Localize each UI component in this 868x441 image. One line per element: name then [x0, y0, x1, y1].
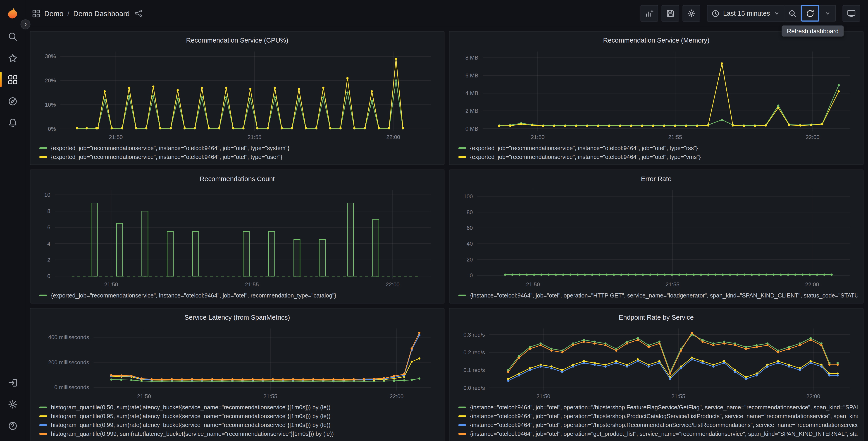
legend-item[interactable]: {exported_job="recommendationservice", i… [39, 144, 438, 152]
add-panel-button[interactable] [641, 5, 658, 22]
series-swatch [459, 406, 466, 408]
chart[interactable]: 0.0 req/s0.1 req/s0.2 req/s0.3 req/s21:5… [455, 324, 858, 402]
svg-text:21:55: 21:55 [264, 393, 277, 399]
svg-text:4: 4 [47, 241, 51, 247]
svg-text:21:50: 21:50 [109, 134, 123, 140]
zoom-out-icon [788, 9, 797, 18]
svg-text:21:55: 21:55 [668, 134, 682, 140]
svg-text:0 MB: 0 MB [465, 126, 478, 132]
chart[interactable]: 0 milliseconds200 milliseconds400 millis… [36, 324, 438, 402]
series-swatch [39, 433, 47, 435]
panel-title[interactable]: Recommendations Count [36, 172, 438, 186]
series-swatch [459, 424, 466, 425]
legend: {instance="otelcol:9464", job="otel", op… [455, 291, 858, 299]
svg-text:0.1 req/s: 0.1 req/s [463, 367, 485, 373]
gear-icon [687, 9, 696, 18]
svg-text:200 milliseconds: 200 milliseconds [48, 359, 89, 365]
chart[interactable]: 02040608010021:5021:5522:00 [455, 186, 858, 290]
refresh-interval-dropdown[interactable] [819, 5, 836, 22]
legend-item[interactable]: histogram_quantile(0.50, sum(rate(latenc… [39, 403, 438, 412]
apps-icon [32, 9, 40, 18]
chart[interactable]: 024681021:5021:5522:00 [36, 186, 438, 290]
legend-item[interactable]: {instance="otelcol:9464", job="otel", op… [459, 291, 858, 299]
svg-text:6 MB: 6 MB [465, 72, 478, 79]
svg-text:8 MB: 8 MB [465, 55, 478, 61]
svg-text:20%: 20% [45, 78, 56, 84]
series-swatch [459, 294, 466, 296]
compass-icon [8, 96, 18, 106]
svg-text:2 MB: 2 MB [465, 108, 478, 114]
sidebar-item-configuration[interactable] [0, 393, 26, 415]
sidebar-item-sign-in[interactable] [0, 372, 26, 393]
svg-text:80: 80 [467, 209, 473, 215]
gear-icon [8, 399, 18, 409]
svg-text:0.3 req/s: 0.3 req/s [463, 332, 485, 338]
sidebar-item-starred[interactable] [0, 47, 26, 68]
zoom-out-time-button[interactable] [784, 5, 801, 22]
chart[interactable]: 0 MB2 MB4 MB6 MB8 MB21:5021:5522:00 [455, 47, 858, 142]
panel-service-latency-from-spanmetrics: Service Latency (from SpanMetrics)0 mill… [30, 308, 444, 441]
svg-text:4 MB: 4 MB [465, 90, 478, 96]
legend-item[interactable]: {exported_job="recommendationservice", i… [39, 291, 438, 299]
svg-text:21:50: 21:50 [536, 393, 550, 399]
legend-item[interactable]: histogram_quantile(0.99, sum(rate(latenc… [39, 420, 438, 429]
svg-text:22:00: 22:00 [806, 134, 819, 140]
panel-title[interactable]: Endpoint Rate by Service [455, 311, 858, 324]
panel-title[interactable]: Recommendation Service (CPU%) [36, 34, 438, 47]
svg-text:21:55: 21:55 [248, 134, 261, 140]
svg-text:0 milliseconds: 0 milliseconds [54, 384, 89, 390]
legend-item[interactable]: {instance="otelcol:9464", job="otel", op… [459, 412, 858, 420]
svg-text:0: 0 [470, 272, 473, 278]
panel-title[interactable]: Service Latency (from SpanMetrics) [36, 311, 438, 324]
panel-recommendation-service-cpu: Recommendation Service (CPU%)0%10%20%30%… [30, 31, 444, 165]
legend-label: histogram_quantile(0.99, sum(rate(latenc… [51, 421, 330, 428]
svg-text:22:00: 22:00 [386, 282, 400, 288]
legend-item[interactable]: {exported_job="recommendationservice", i… [39, 152, 438, 161]
svg-text:40: 40 [467, 241, 473, 247]
legend-item[interactable]: {exported_job="recommendationservice", i… [459, 144, 858, 152]
svg-text:30%: 30% [45, 53, 56, 59]
star-icon [8, 53, 18, 63]
time-range-picker[interactable]: Last 15 minutes [707, 5, 784, 22]
panel-title[interactable]: Error Rate [455, 172, 858, 186]
legend-item[interactable]: {instance="otelcol:9464", job="otel", op… [459, 429, 858, 438]
breadcrumb-current[interactable]: Demo Dashboard [73, 9, 130, 18]
breadcrumb-root[interactable]: Demo [44, 9, 64, 18]
series-swatch [459, 147, 466, 149]
legend-item[interactable]: histogram_quantile(0.999, sum(rate(laten… [39, 429, 438, 438]
svg-text:21:50: 21:50 [526, 282, 540, 288]
svg-text:22:00: 22:00 [390, 393, 403, 399]
save-dashboard-button[interactable] [662, 5, 679, 22]
sidebar-item-explore[interactable] [0, 90, 26, 112]
svg-text:21:55: 21:55 [671, 393, 685, 399]
legend-item[interactable]: {instance="otelcol:9464", job="otel", op… [459, 420, 858, 429]
legend-item[interactable]: histogram_quantile(0.95, sum(rate(latenc… [39, 412, 438, 420]
svg-text:100: 100 [463, 193, 473, 200]
sidebar-item-alerting[interactable] [0, 112, 26, 133]
sidebar-item-dashboards[interactable] [0, 68, 26, 90]
svg-text:6: 6 [47, 224, 51, 231]
series-swatch [39, 147, 47, 149]
svg-text:0.2 req/s: 0.2 req/s [463, 349, 485, 355]
share-dashboard-button[interactable] [133, 8, 144, 18]
chart[interactable]: 0%10%20%30%21:5021:5522:00 [36, 47, 438, 142]
sidebar-item-help[interactable] [0, 415, 26, 437]
legend-item[interactable]: {instance="otelcol:9464", job="otel", op… [459, 403, 858, 412]
panel-recommendations-count: Recommendations Count024681021:5021:5522… [30, 170, 444, 303]
dashboard-settings-button[interactable] [683, 5, 700, 22]
tv-mode-button[interactable] [842, 5, 860, 22]
legend-label: {instance="otelcol:9464", job="otel", op… [470, 413, 858, 419]
refresh-dashboard-button[interactable] [801, 5, 819, 22]
sidebar-item-search[interactable] [0, 26, 26, 47]
legend-label: {exported_job="recommendationservice", i… [470, 153, 701, 160]
svg-text:2: 2 [47, 257, 51, 263]
legend-item[interactable]: {exported_job="recommendationservice", i… [459, 152, 858, 161]
svg-text:21:50: 21:50 [137, 393, 151, 399]
help-icon [8, 421, 18, 431]
legend-label: histogram_quantile(0.95, sum(rate(latenc… [51, 413, 330, 419]
svg-text:20: 20 [467, 257, 473, 263]
toolbar: Last 15 minutes [641, 5, 860, 22]
legend-label: {exported_job="recommendationservice", i… [51, 292, 336, 298]
sidebar-expand-button[interactable]: › [21, 20, 31, 29]
series-swatch [459, 415, 466, 417]
